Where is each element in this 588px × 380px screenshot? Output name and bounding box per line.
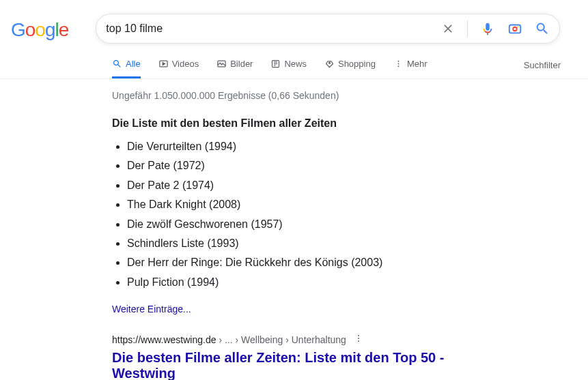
list-item: Schindlers Liste (1993): [127, 236, 451, 251]
tab-label: Alle: [126, 59, 141, 69]
search-result: https://www.westwing.de › ... › Wellbein…: [112, 333, 451, 380]
tab-label: Mehr: [407, 59, 428, 69]
google-logo[interactable]: Google: [11, 19, 68, 41]
list-item: The Dark Knight (2008): [127, 197, 451, 212]
svg-rect-0: [509, 25, 521, 33]
tab-alle[interactable]: Alle: [112, 59, 141, 78]
search-input[interactable]: [106, 23, 441, 35]
svg-point-13: [358, 335, 359, 336]
tab-label: Bilder: [230, 59, 253, 69]
result-url[interactable]: https://www.westwing.de: [112, 334, 216, 345]
result-stats: Ungefähr 1.050.000.000 Ergebnisse (0,66 …: [112, 90, 451, 101]
tab-mehr[interactable]: Mehr: [393, 59, 428, 78]
snippet-title: Die Liste mit den besten Filmen aller Ze…: [112, 117, 451, 130]
header: Google: [0, 0, 588, 44]
snippet-list: Die Verurteilten (1994) Der Pate (1972) …: [112, 139, 451, 290]
list-item: Der Pate (1972): [127, 158, 451, 173]
search-bar: [96, 14, 560, 44]
result-url-row: https://www.westwing.de › ... › Wellbein…: [112, 333, 451, 346]
list-item: Der Pate 2 (1974): [127, 178, 451, 193]
camera-icon[interactable]: [507, 21, 522, 36]
svg-point-12: [397, 65, 399, 67]
svg-point-11: [397, 63, 399, 65]
list-item: Der Herr der Ringe: Die Rückkehr des Kön…: [127, 255, 451, 270]
divider: [467, 20, 468, 37]
svg-point-1: [514, 27, 518, 31]
svg-point-15: [358, 340, 359, 342]
tab-label: News: [284, 59, 307, 69]
tab-label: Videos: [172, 59, 199, 69]
list-item: Die Verurteilten (1994): [127, 139, 451, 154]
search-tools[interactable]: Suchfilter: [524, 60, 561, 78]
tab-shopping[interactable]: Shopping: [324, 59, 376, 78]
result-title[interactable]: Die besten Filme aller Zeiten: Liste mit…: [112, 350, 451, 380]
clear-icon[interactable]: [441, 22, 455, 35]
mic-icon[interactable]: [480, 21, 495, 36]
tab-label: Shopping: [338, 59, 376, 69]
list-item: Die zwölf Geschworenen (1957): [127, 217, 451, 232]
result-breadcrumb: › ... › Wellbeing › Unterhaltung: [216, 334, 346, 345]
more-entries-link[interactable]: Weitere Einträge...: [112, 304, 191, 315]
tab-videos[interactable]: Videos: [158, 59, 199, 78]
tab-bilder[interactable]: Bilder: [216, 59, 253, 78]
search-icon[interactable]: [535, 21, 550, 36]
list-item: Pulp Fiction (1994): [127, 275, 451, 290]
svg-point-9: [329, 62, 331, 63]
svg-point-2: [518, 26, 519, 27]
svg-point-10: [397, 61, 399, 62]
tabs-bar: Alle Videos Bilder News Shopping Mehr Su…: [0, 59, 588, 79]
result-menu-icon[interactable]: [353, 333, 364, 346]
tab-news[interactable]: News: [270, 59, 307, 78]
svg-point-14: [358, 338, 359, 339]
results-content: Ungefähr 1.050.000.000 Ergebnisse (0,66 …: [0, 79, 451, 380]
featured-snippet: Die Liste mit den besten Filmen aller Ze…: [112, 117, 451, 315]
